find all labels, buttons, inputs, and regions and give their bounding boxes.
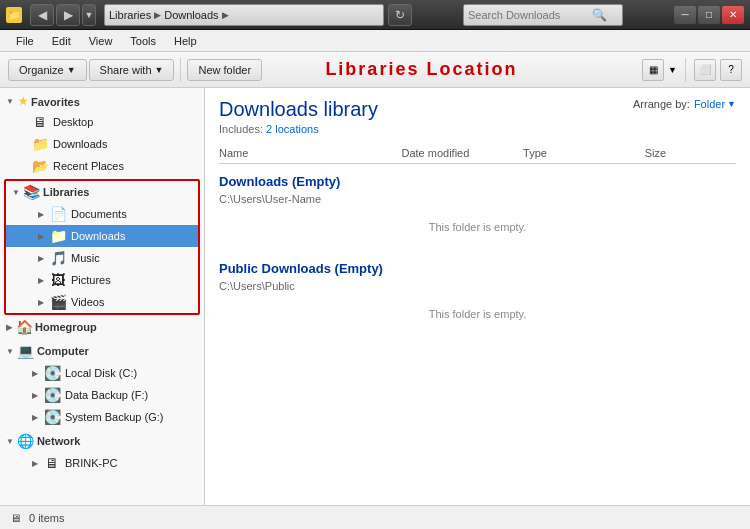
content-title: Downloads library (219, 98, 378, 121)
content-area: Downloads library Includes: 2 locations … (205, 88, 750, 505)
sidebar-item-music[interactable]: ▶ 🎵 Music (6, 247, 198, 269)
sidebar-item-documents[interactable]: ▶ 📄 Documents (6, 203, 198, 225)
view-options-button[interactable]: ▦ (642, 59, 664, 81)
forward-button[interactable]: ▶ (56, 4, 80, 26)
window-controls: ─ □ ✕ (674, 6, 744, 24)
favorites-section: ▼ ★ Favorites 🖥 Desktop 📁 Downloads 📂 Re… (0, 92, 204, 177)
locations-link[interactable]: 2 locations (266, 123, 319, 135)
data-backup-label: Data Backup (F:) (65, 389, 148, 401)
organize-arrow: ▼ (67, 65, 76, 75)
menu-view[interactable]: View (81, 33, 121, 49)
computer-label: Computer (37, 345, 89, 357)
content-subtitle: Includes: 2 locations (219, 123, 378, 135)
menu-file[interactable]: File (8, 33, 42, 49)
new-folder-label: New folder (198, 64, 251, 76)
computer-header[interactable]: ▼ 💻 Computer (0, 340, 204, 362)
path-downloads[interactable]: Downloads (164, 9, 218, 21)
col-header-type[interactable]: Type (523, 147, 645, 159)
status-bar-icon: 🖥 (10, 512, 21, 524)
libraries-header[interactable]: ▼ 📚 Libraries (6, 181, 198, 203)
favorites-expand: ▼ (6, 97, 14, 106)
favorites-star-icon: ★ (18, 95, 28, 108)
music-label: Music (71, 252, 100, 264)
preview-pane-button[interactable]: ⬜ (694, 59, 716, 81)
search-box[interactable]: 🔍 (463, 4, 623, 26)
downloads-fav-icon: 📁 (32, 136, 48, 152)
window-frame: 📁 ◀ ▶ ▼ Libraries ▶ Downloads ▶ ↻ 🔍 ─ □ … (0, 0, 750, 529)
documents-label: Documents (71, 208, 127, 220)
col-header-name[interactable]: Name (219, 147, 401, 159)
menu-bar: File Edit View Tools Help (0, 30, 750, 52)
title-bar-left: 📁 ◀ ▶ ▼ Libraries ▶ Downloads ▶ ↻ (6, 4, 412, 26)
sidebar-item-data-backup[interactable]: ▶ 💽 Data Backup (F:) (0, 384, 204, 406)
music-icon: 🎵 (50, 250, 66, 266)
maximize-button[interactable]: □ (698, 6, 720, 24)
col-header-date[interactable]: Date modified (401, 147, 523, 159)
libraries-section: ▼ 📚 Libraries ▶ 📄 Documents ▶ 📁 Download… (4, 179, 200, 315)
share-with-button[interactable]: Share with ▼ (89, 59, 175, 81)
new-folder-button[interactable]: New folder (187, 59, 262, 81)
sidebar-item-system-backup[interactable]: ▶ 💽 System Backup (G:) (0, 406, 204, 428)
sidebar-item-videos[interactable]: ▶ 🎬 Videos (6, 291, 198, 313)
view-dropdown-arrow[interactable]: ▼ (668, 65, 677, 75)
col-header-size[interactable]: Size (645, 147, 736, 159)
includes-text: Includes: (219, 123, 263, 135)
libraries-icon: 📚 (24, 184, 40, 200)
sidebar-item-brink-pc[interactable]: ▶ 🖥 BRINK-PC (0, 452, 204, 474)
pictures-icon: 🖼 (50, 272, 66, 288)
arrange-by-label: Arrange by: (633, 98, 690, 110)
refresh-button[interactable]: ↻ (388, 4, 412, 26)
sidebar-item-desktop[interactable]: 🖥 Desktop (0, 111, 204, 133)
status-bar: 🖥 0 items (0, 505, 750, 529)
network-expand: ▼ (6, 437, 14, 446)
menu-tools[interactable]: Tools (122, 33, 164, 49)
videos-expand: ▶ (38, 298, 44, 307)
brink-pc-icon: 🖥 (44, 455, 60, 471)
homegroup-header[interactable]: ▶ 🏠 Homegroup (0, 316, 204, 338)
menu-edit[interactable]: Edit (44, 33, 79, 49)
downloads-lib-label: Downloads (71, 230, 125, 242)
local-disk-expand: ▶ (32, 369, 38, 378)
system-backup-expand: ▶ (32, 413, 38, 422)
network-section: ▼ 🌐 Network ▶ 🖥 BRINK-PC (0, 430, 204, 474)
sidebar-item-downloads-fav[interactable]: 📁 Downloads (0, 133, 204, 155)
window-icon: 📁 (6, 7, 22, 23)
folder-group-public-header[interactable]: Public Downloads (Empty) (219, 259, 736, 278)
libraries-label: Libraries (43, 186, 89, 198)
title-bar: 📁 ◀ ▶ ▼ Libraries ▶ Downloads ▶ ↻ 🔍 ─ □ … (0, 0, 750, 30)
homegroup-section: ▶ 🏠 Homegroup (0, 316, 204, 338)
arrange-value[interactable]: Folder ▼ (694, 98, 736, 110)
local-disk-label: Local Disk (C:) (65, 367, 137, 379)
sidebar-item-downloads[interactable]: ▶ 📁 Downloads (6, 225, 198, 247)
downloads-fav-label: Downloads (53, 138, 107, 150)
toolbar-divider-2 (685, 58, 686, 82)
sidebar-item-local-disk[interactable]: ▶ 💽 Local Disk (C:) (0, 362, 204, 384)
favorites-header[interactable]: ▼ ★ Favorites (0, 92, 204, 111)
network-icon: 🌐 (18, 433, 34, 449)
brink-pc-label: BRINK-PC (65, 457, 118, 469)
folder-public-empty-text: This folder is empty. (219, 298, 736, 330)
sidebar-item-recent-places[interactable]: 📂 Recent Places (0, 155, 204, 177)
back-button[interactable]: ◀ (30, 4, 54, 26)
computer-expand: ▼ (6, 347, 14, 356)
minimize-button[interactable]: ─ (674, 6, 696, 24)
network-header[interactable]: ▼ 🌐 Network (0, 430, 204, 452)
search-input[interactable] (468, 9, 588, 21)
sidebar-item-pictures[interactable]: ▶ 🖼 Pictures (6, 269, 198, 291)
search-icon: 🔍 (592, 8, 607, 22)
close-button[interactable]: ✕ (722, 6, 744, 24)
folder-group-downloads: Downloads (Empty) C:\Users\User-Name Thi… (219, 172, 736, 243)
organize-button[interactable]: Organize ▼ (8, 59, 87, 81)
organize-label: Organize (19, 64, 64, 76)
address-bar[interactable]: Libraries ▶ Downloads ▶ (104, 4, 384, 26)
recent-places-label: Recent Places (53, 160, 124, 172)
path-libraries[interactable]: Libraries (109, 9, 151, 21)
pictures-label: Pictures (71, 274, 111, 286)
recent-button[interactable]: ▼ (82, 4, 96, 26)
help-button[interactable]: ? (720, 59, 742, 81)
menu-help[interactable]: Help (166, 33, 205, 49)
system-backup-label: System Backup (G:) (65, 411, 163, 423)
recent-places-icon: 📂 (32, 158, 48, 174)
status-bar-text: 0 items (29, 512, 64, 524)
folder-group-downloads-header[interactable]: Downloads (Empty) (219, 172, 736, 191)
